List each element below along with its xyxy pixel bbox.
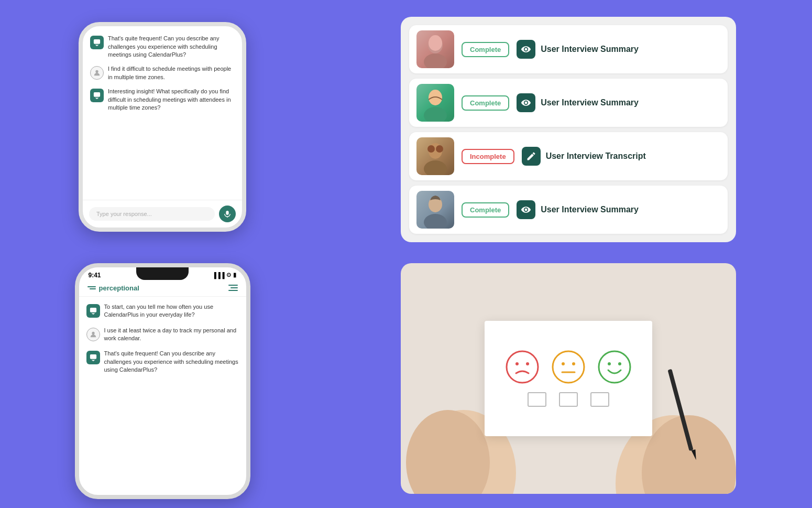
signal-icon: ▐▐▐ <box>212 272 224 278</box>
svg-point-9 <box>424 160 447 175</box>
status-badge-3: Incomplete <box>462 149 514 164</box>
sad-face <box>506 350 539 384</box>
svg-point-26 <box>526 362 529 365</box>
interview-card-4[interactable]: Complete User Interview Summary <box>409 186 728 234</box>
bot-icon-2 <box>90 89 104 102</box>
svg-point-25 <box>515 362 519 365</box>
chat-area-bottom: To start, can you tell me how often you … <box>79 297 246 495</box>
bottom-phone-section: 9:41 ▐▐▐ ⊙ ▮ perceptional <box>0 254 325 509</box>
card-action-4[interactable]: User Interview Summary <box>517 200 720 219</box>
avatar-1 <box>416 30 454 68</box>
svg-rect-3 <box>226 211 228 215</box>
app-logo: perceptional <box>87 284 139 292</box>
status-badge-1: Complete <box>462 42 509 57</box>
feedback-visual <box>401 263 736 494</box>
status-badge-2: Complete <box>462 95 509 111</box>
status-time: 9:41 <box>89 272 101 279</box>
svg-rect-0 <box>94 39 100 44</box>
smileys-row <box>506 350 631 384</box>
card-action-1[interactable]: User Interview Summary <box>517 40 720 59</box>
card-action-3[interactable]: User Interview Transcript <box>522 147 720 166</box>
cards-container: Complete User Interview Summary Complete <box>401 17 736 242</box>
svg-point-11 <box>427 145 435 153</box>
avatar-3 <box>416 137 454 175</box>
user-avatar-1 <box>90 66 104 80</box>
wifi-icon: ⊙ <box>226 272 231 278</box>
feedback-container <box>401 263 736 494</box>
feedback-paper <box>485 321 652 436</box>
bot-icon-1 <box>90 36 104 49</box>
svg-rect-17 <box>90 354 96 359</box>
user-bubble-b1: I use it at least twice a day to track m… <box>104 327 239 343</box>
svg-rect-2 <box>94 92 100 97</box>
svg-point-24 <box>507 351 538 383</box>
bot-msg-b1: To start, can you tell me how often you … <box>86 303 239 319</box>
input-bar-top: Type your response... <box>83 200 242 228</box>
eye-icon-1 <box>517 40 535 59</box>
bot-msg-b2: That's quite frequent! Can you describe … <box>86 350 239 374</box>
svg-point-5 <box>424 53 447 68</box>
bot-message-2: Interesting insight! What specifically d… <box>90 88 235 112</box>
cards-panel: Complete User Interview Summary Complete <box>325 0 812 254</box>
interview-card-2[interactable]: Complete User Interview Summary <box>409 79 728 127</box>
svg-point-27 <box>553 351 584 383</box>
svg-point-12 <box>436 145 443 153</box>
phone-mockup-top: That's quite frequent! Can you describe … <box>79 22 246 232</box>
app-header: perceptional <box>79 281 246 297</box>
chat-input-top[interactable]: Type your response... <box>89 207 215 221</box>
svg-point-6 <box>429 35 442 51</box>
svg-point-29 <box>572 362 575 365</box>
action-label-4: User Interview Summary <box>541 205 639 214</box>
avatar-2 <box>416 84 454 122</box>
feedback-panel <box>325 254 812 509</box>
interview-card-3[interactable]: Incomplete User Interview Transcript <box>409 132 728 180</box>
phone-mockup-bottom: 9:41 ▐▐▐ ⊙ ▮ perceptional <box>75 263 250 499</box>
hamburger-menu[interactable] <box>228 285 238 291</box>
interview-card-1[interactable]: Complete User Interview Summary <box>409 25 728 73</box>
svg-point-33 <box>618 362 621 365</box>
mic-button-top[interactable] <box>219 206 236 222</box>
neutral-face <box>552 350 585 384</box>
svg-point-1 <box>95 70 98 73</box>
svg-point-32 <box>608 362 611 365</box>
bot-message-1: That's quite frequent! Can you describe … <box>90 35 235 59</box>
svg-point-13 <box>424 214 447 229</box>
action-label-1: User Interview Summary <box>541 45 639 54</box>
svg-point-28 <box>562 362 565 365</box>
phone-notch <box>136 267 189 280</box>
user-avatar-b1 <box>86 328 100 341</box>
status-icons: ▐▐▐ ⊙ ▮ <box>212 272 236 278</box>
battery-icon: ▮ <box>233 272 236 278</box>
avatar-4 <box>416 191 454 229</box>
checkbox-row <box>528 392 609 407</box>
chat-area-top: That's quite frequent! Can you describe … <box>83 26 242 200</box>
checkbox-1[interactable] <box>528 392 546 407</box>
user-message-1: I find it difficult to schedule meetings… <box>90 65 235 81</box>
user-msg-b1: I use it at least twice a day to track m… <box>86 327 239 343</box>
eye-icon-3 <box>517 200 535 219</box>
bot-bubble-b2: That's quite frequent! Can you describe … <box>104 350 239 374</box>
bot-bubble-1: That's quite frequent! Can you describe … <box>108 35 235 59</box>
eye-icon-2 <box>517 93 535 112</box>
bot-bubble-b1: To start, can you tell me how often you … <box>104 303 239 319</box>
user-bubble-1: I find it difficult to schedule meetings… <box>108 65 235 81</box>
svg-point-16 <box>92 331 94 334</box>
top-phone-section: That's quite frequent! Can you describe … <box>0 0 325 254</box>
checkbox-3[interactable] <box>590 392 609 407</box>
svg-rect-15 <box>90 308 96 312</box>
status-badge-4: Complete <box>462 202 509 218</box>
svg-point-7 <box>424 107 447 122</box>
card-action-2[interactable]: User Interview Summary <box>517 93 720 112</box>
bot-icon-b2 <box>86 351 100 364</box>
action-label-2: User Interview Summary <box>541 98 639 107</box>
bot-bubble-2: Interesting insight! What specifically d… <box>108 88 235 112</box>
pencil-icon-1 <box>522 147 541 166</box>
happy-face <box>598 350 631 384</box>
checkbox-2[interactable] <box>559 392 578 407</box>
app-name: perceptional <box>99 284 139 292</box>
action-label-3: User Interview Transcript <box>546 152 646 161</box>
svg-point-31 <box>599 351 630 383</box>
bot-icon-b1 <box>86 304 100 318</box>
